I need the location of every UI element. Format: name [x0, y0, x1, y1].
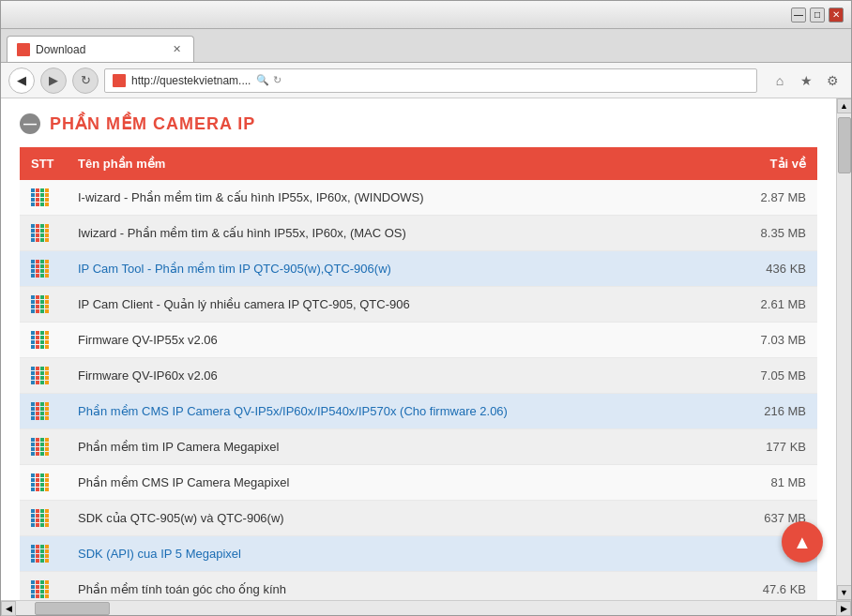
section-icon: — — [20, 113, 40, 134]
row-stt — [20, 394, 67, 429]
col-size: Tải về — [723, 147, 817, 180]
page-content: — PHẦN MỀM CAMERA IP STT Tên phần mềm Tả… — [1, 98, 851, 600]
row-name[interactable]: Firmware QV-IP60x v2.06 — [67, 358, 723, 394]
row-name[interactable]: Phần mềm tính toán góc cho ống kính — [67, 572, 723, 601]
table-header: STT Tên phần mềm Tải về — [20, 147, 817, 180]
table-row[interactable]: Phần mềm CMS IP Camera QV-IP5x/IP60x/IP5… — [20, 394, 817, 429]
settings-button[interactable]: ⚙ — [821, 69, 844, 92]
table-row[interactable]: IP Cam Client - Quản lý nhiều camera IP … — [20, 287, 817, 323]
header-row: STT Tên phần mềm Tải về — [20, 147, 817, 180]
scroll-down-button[interactable]: ▼ — [837, 585, 852, 600]
row-name[interactable]: I-wizard - Phần mềm tìm & cấu hình IP55x… — [67, 180, 723, 216]
horizontal-scrollbar[interactable]: ◀ ▶ — [1, 600, 851, 615]
row-name[interactable]: SDK (API) cua IP 5 Megapixel — [67, 536, 723, 572]
minimize-button[interactable]: — — [791, 8, 806, 23]
row-size: 2.61 MB — [723, 287, 817, 323]
table-row[interactable]: IP Cam Tool - Phần mềm tìm IP QTC-905(w)… — [20, 251, 817, 287]
tab-close-button[interactable]: ✕ — [170, 41, 184, 57]
row-name[interactable]: Iwizard - Phần mềm tìm & cấu hình IP55x,… — [67, 216, 723, 251]
scroll-top-icon: ▲ — [793, 532, 812, 553]
address-text: http://questekvietnam.... — [131, 74, 251, 87]
refresh-button[interactable]: ↻ — [72, 68, 99, 94]
active-tab[interactable]: Download ✕ — [7, 36, 194, 62]
row-stt — [20, 251, 67, 287]
back-button[interactable]: ◀ — [8, 68, 35, 94]
row-size: 2.87 MB — [723, 180, 817, 216]
table-row[interactable]: SDK của QTC-905(w) và QTC-906(w)637 MB — [20, 501, 817, 536]
row-name[interactable]: IP Cam Tool - Phần mềm tìm IP QTC-905(w)… — [67, 251, 723, 287]
row-name[interactable]: IP Cam Client - Quản lý nhiều camera IP … — [67, 287, 723, 323]
row-name[interactable]: Phần mềm tìm IP Camera Megapixel — [67, 429, 723, 465]
row-stt — [20, 429, 67, 465]
address-refresh-icon: ↻ — [273, 74, 281, 86]
software-table: STT Tên phần mềm Tải về I-wizard - Phần … — [20, 147, 817, 600]
row-size: 81 MB — [723, 465, 817, 501]
tab-favicon — [17, 43, 30, 56]
nav-icons: ⌂ ★ ⚙ — [768, 69, 844, 92]
table-row[interactable]: Firmware QV-IP55x v2.067.03 MB — [20, 323, 817, 358]
forward-icon: ▶ — [49, 73, 58, 87]
table-row[interactable]: Phần mềm tính toán góc cho ống kính47.6 … — [20, 572, 817, 601]
table-body: I-wizard - Phần mềm tìm & cấu hình IP55x… — [20, 180, 817, 600]
table-row[interactable]: Phần mềm CMS IP Camera Megapixel81 MB — [20, 465, 817, 501]
section-icon-symbol: — — [23, 116, 37, 131]
row-size: 177 KB — [723, 429, 817, 465]
row-stt — [20, 287, 67, 323]
table-row[interactable]: Phần mềm tìm IP Camera Megapixel177 KB — [20, 429, 817, 465]
close-button[interactable]: ✕ — [829, 8, 844, 23]
hscroll-right-button[interactable]: ▶ — [836, 601, 851, 616]
table-row[interactable]: Iwizard - Phần mềm tìm & cấu hình IP55x,… — [20, 216, 817, 251]
row-size: 8.35 MB — [723, 216, 817, 251]
nav-bar: ◀ ▶ ↻ http://questekvietnam.... 🔍 ↻ ⌂ ★ … — [1, 63, 851, 98]
address-bar[interactable]: http://questekvietnam.... 🔍 ↻ — [104, 68, 757, 93]
page-inner: — PHẦN MỀM CAMERA IP STT Tên phần mềm Tả… — [1, 98, 836, 600]
favorites-button[interactable]: ★ — [795, 69, 817, 92]
scroll-thumb[interactable] — [838, 117, 851, 173]
row-name[interactable]: SDK của QTC-905(w) và QTC-906(w) — [67, 501, 723, 536]
col-name: Tên phần mềm — [67, 147, 723, 180]
tab-bar: Download ✕ — [1, 29, 851, 63]
hscroll-left-button[interactable]: ◀ — [1, 601, 16, 616]
table-row[interactable]: Firmware QV-IP60x v2.067.05 MB — [20, 358, 817, 394]
col-stt: STT — [20, 147, 67, 180]
row-stt — [20, 501, 67, 536]
refresh-icon: ↻ — [81, 73, 91, 87]
back-icon: ◀ — [17, 73, 26, 87]
row-size: 7.03 MB — [723, 323, 817, 358]
row-size: 47.6 KB — [723, 572, 817, 601]
hscroll-track[interactable] — [16, 601, 836, 615]
table-row[interactable]: SDK (API) cua IP 5 Megapixel7... — [20, 536, 817, 572]
maximize-button[interactable]: □ — [810, 8, 825, 23]
row-name[interactable]: Firmware QV-IP55x v2.06 — [67, 323, 723, 358]
row-stt — [20, 180, 67, 216]
row-size: 436 KB — [723, 251, 817, 287]
row-stt — [20, 465, 67, 501]
row-stt — [20, 572, 67, 601]
row-stt — [20, 323, 67, 358]
row-name[interactable]: Phần mềm CMS IP Camera Megapixel — [67, 465, 723, 501]
row-stt — [20, 358, 67, 394]
scroll-track[interactable] — [837, 113, 851, 585]
browser-frame: — □ ✕ Download ✕ ◀ ▶ ↻ http://questekvie… — [0, 0, 852, 616]
row-size: 216 MB — [723, 394, 817, 429]
row-stt — [20, 536, 67, 572]
table-row[interactable]: I-wizard - Phần mềm tìm & cấu hình IP55x… — [20, 180, 817, 216]
tab-label: Download — [36, 43, 85, 56]
vertical-scrollbar[interactable]: ▲ ▼ — [836, 98, 851, 600]
address-search-icon: 🔍 — [256, 74, 269, 86]
home-button[interactable]: ⌂ — [768, 69, 791, 92]
scroll-up-button[interactable]: ▲ — [837, 98, 852, 113]
row-size: 7.05 MB — [723, 358, 817, 394]
window-controls: — □ ✕ — [791, 8, 844, 23]
forward-button[interactable]: ▶ — [40, 68, 67, 94]
row-stt — [20, 216, 67, 251]
section-title: PHẦN MỀM CAMERA IP — [50, 113, 255, 134]
row-name[interactable]: Phần mềm CMS IP Camera QV-IP5x/IP60x/IP5… — [67, 394, 723, 429]
hscroll-thumb[interactable] — [35, 602, 110, 615]
section-header: — PHẦN MỀM CAMERA IP — [20, 113, 817, 134]
address-favicon — [113, 74, 126, 87]
scroll-to-top-button[interactable]: ▲ — [782, 521, 823, 563]
title-bar: — □ ✕ — [1, 1, 851, 29]
